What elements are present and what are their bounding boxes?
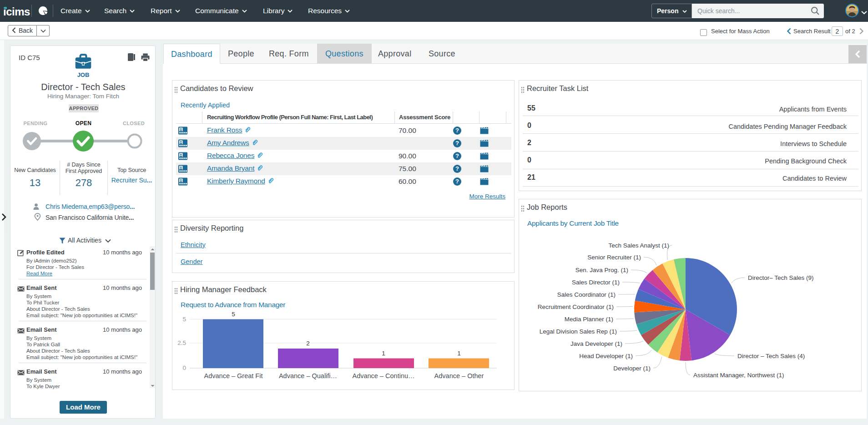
svg-text:Tech Sales Analyst (1): Tech Sales Analyst (1) [608,242,669,249]
svg-text:Media Planner (1): Media Planner (1) [565,316,613,323]
svg-text:Advance – Great Fit: Advance – Great Fit [204,372,263,379]
svg-text:1: 1 [457,350,461,357]
svg-text:Legal Division Sales Rep (1): Legal Division Sales Rep (1) [540,328,617,335]
svg-text:5: 5 [232,311,235,318]
svg-text:Sen. Java Prog. (1): Sen. Java Prog. (1) [575,267,628,273]
svg-text:Sales Director (1): Sales Director (1) [572,279,620,286]
svg-text:Recruitment Coordinator (1): Recruitment Coordinator (1) [538,304,614,310]
svg-text:Advance – Other: Advance – Other [434,372,484,379]
svg-text:Developer (1): Developer (1) [613,365,651,372]
svg-text:Advance – Continu…: Advance – Continu… [352,372,414,379]
svg-text:Director– Tech Sales (9): Director– Tech Sales (9) [748,274,814,281]
svg-text:Senior Recruiter (1): Senior Recruiter (1) [587,254,641,261]
svg-text:5: 5 [182,316,186,323]
svg-text:Assistant Manager, Northwest (: Assistant Manager, Northwest (1) [693,372,784,379]
svg-text:Sales Coordinator (1): Sales Coordinator (1) [557,291,616,298]
svg-text:Java Developer (1): Java Developer (1) [570,340,622,347]
svg-text:1: 1 [382,350,385,357]
svg-text:Director – Tech Sales (4): Director – Tech Sales (4) [737,353,805,359]
svg-text:Head Developer (1): Head Developer (1) [579,353,633,359]
svg-text:0: 0 [182,364,186,371]
svg-text:Advance – Qualifi…: Advance – Qualifi… [279,372,337,379]
svg-text:2: 2 [306,340,310,347]
svg-text:2.5: 2.5 [177,339,186,346]
